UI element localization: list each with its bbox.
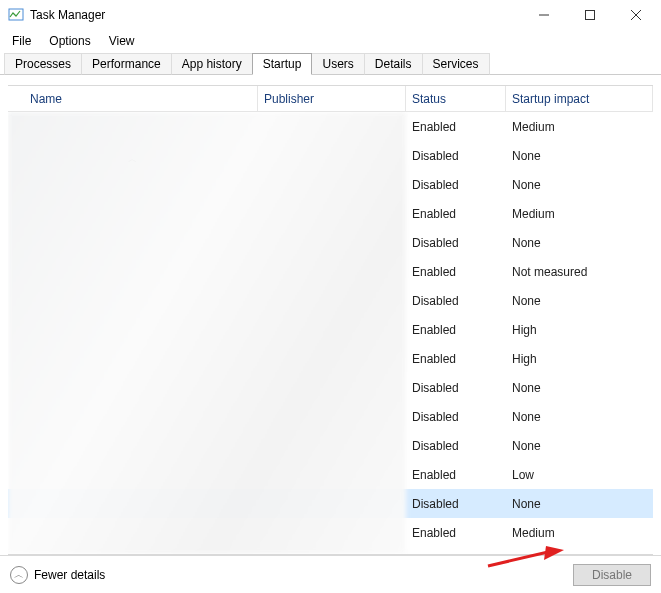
- tab-app-history[interactable]: App history: [171, 53, 253, 75]
- cell-status: Disabled: [406, 178, 506, 192]
- cell-impact: Low: [506, 468, 653, 482]
- cell-status: Disabled: [406, 294, 506, 308]
- cell-impact: Medium: [506, 207, 653, 221]
- tab-services[interactable]: Services: [422, 53, 490, 75]
- disable-button[interactable]: Disable: [573, 564, 651, 586]
- rows-container[interactable]: EnabledMediumDisabledNoneDisabledNoneEna…: [8, 112, 653, 554]
- cell-status: Disabled: [406, 439, 506, 453]
- cell-impact: None: [506, 381, 653, 395]
- cell-impact: High: [506, 323, 653, 337]
- cell-status: Enabled: [406, 352, 506, 366]
- app-icon: [8, 7, 24, 23]
- tab-users[interactable]: Users: [311, 53, 364, 75]
- column-header-impact[interactable]: Startup impact: [506, 86, 653, 111]
- cell-status: Disabled: [406, 497, 506, 511]
- cell-status: Enabled: [406, 526, 506, 540]
- tab-processes[interactable]: Processes: [4, 53, 82, 75]
- svg-rect-2: [586, 11, 595, 20]
- footer: ︿ Fewer details Disable: [0, 555, 661, 593]
- cell-impact: None: [506, 236, 653, 250]
- menu-options[interactable]: Options: [41, 32, 98, 50]
- chevron-up-icon: ︿: [10, 566, 28, 584]
- column-header-name[interactable]: Name: [8, 86, 258, 111]
- menu-view[interactable]: View: [101, 32, 143, 50]
- svg-rect-0: [9, 9, 23, 20]
- startup-grid: Name Publisher Status Startup impact Ena…: [8, 85, 653, 555]
- column-header-status[interactable]: Status: [406, 86, 506, 111]
- tab-startup[interactable]: Startup: [252, 53, 313, 75]
- cell-impact: None: [506, 294, 653, 308]
- redacted-overlay: [8, 112, 406, 554]
- cell-impact: Not measured: [506, 265, 653, 279]
- column-headers: Name Publisher Status Startup impact: [8, 86, 653, 112]
- cell-status: Enabled: [406, 120, 506, 134]
- tab-details[interactable]: Details: [364, 53, 423, 75]
- window-controls: [521, 0, 659, 30]
- menu-file[interactable]: File: [4, 32, 39, 50]
- cell-impact: None: [506, 439, 653, 453]
- close-button[interactable]: [613, 0, 659, 30]
- cell-impact: Medium: [506, 526, 653, 540]
- content-area: ︿ Name Publisher Status Startup impact E…: [0, 75, 661, 555]
- fewer-details-button[interactable]: ︿ Fewer details: [10, 566, 105, 584]
- cell-impact: None: [506, 178, 653, 192]
- cell-status: Enabled: [406, 265, 506, 279]
- cell-status: Disabled: [406, 381, 506, 395]
- window-title: Task Manager: [30, 8, 105, 22]
- cell-status: Enabled: [406, 323, 506, 337]
- cell-impact: High: [506, 352, 653, 366]
- column-header-publisher[interactable]: Publisher: [258, 86, 406, 111]
- titlebar: Task Manager: [0, 0, 661, 30]
- cell-impact: None: [506, 149, 653, 163]
- fewer-details-label: Fewer details: [34, 568, 105, 582]
- cell-impact: None: [506, 497, 653, 511]
- cell-status: Disabled: [406, 149, 506, 163]
- tab-performance[interactable]: Performance: [81, 53, 172, 75]
- maximize-button[interactable]: [567, 0, 613, 30]
- cell-status: Enabled: [406, 207, 506, 221]
- tab-strip: Processes Performance App history Startu…: [0, 52, 661, 75]
- cell-status: Disabled: [406, 236, 506, 250]
- cell-status: Disabled: [406, 410, 506, 424]
- menu-bar: File Options View: [0, 30, 661, 52]
- cell-impact: None: [506, 410, 653, 424]
- minimize-button[interactable]: [521, 0, 567, 30]
- cell-status: Enabled: [406, 468, 506, 482]
- cell-impact: Medium: [506, 120, 653, 134]
